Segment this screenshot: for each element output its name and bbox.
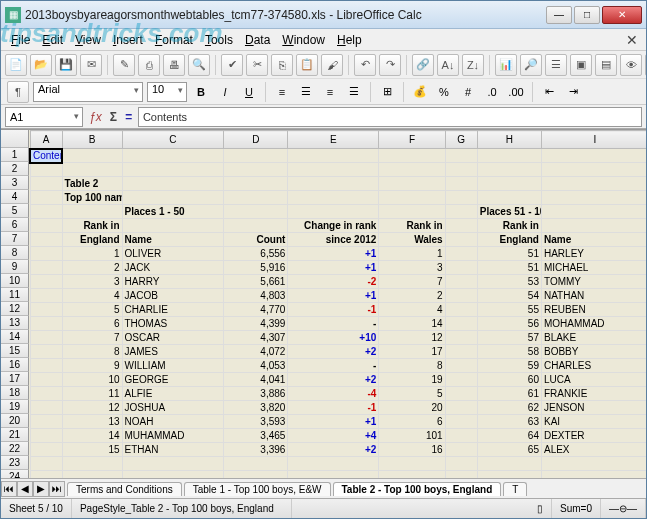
indent-dec-button[interactable]: ⇤	[539, 82, 559, 102]
cell[interactable]	[541, 457, 646, 471]
redo-button[interactable]: ↷	[379, 54, 401, 76]
cell[interactable]	[445, 317, 477, 331]
currency-button[interactable]: 💰	[410, 82, 430, 102]
cell[interactable]: JAMES	[122, 345, 224, 359]
cell[interactable]: 4,041	[224, 373, 288, 387]
cell[interactable]	[62, 205, 122, 219]
cell[interactable]: JACOB	[122, 289, 224, 303]
cell[interactable]: England	[62, 233, 122, 247]
cell[interactable]: since 2012	[288, 233, 379, 247]
cell[interactable]	[30, 219, 62, 233]
cell[interactable]	[30, 177, 62, 191]
cell[interactable]: 59	[477, 359, 541, 373]
zoom-button[interactable]: 👁	[620, 54, 642, 76]
cell[interactable]: 20	[379, 401, 445, 415]
cell[interactable]	[122, 191, 224, 205]
sort-desc-button[interactable]: Z↓	[462, 54, 484, 76]
cell[interactable]: JOSHUA	[122, 401, 224, 415]
cell[interactable]	[477, 471, 541, 479]
pdf-button[interactable]: ⎙	[138, 54, 160, 76]
cell[interactable]: +2	[288, 443, 379, 457]
cell[interactable]	[288, 177, 379, 191]
cell[interactable]	[288, 149, 379, 163]
cell[interactable]: Top 100 names for baby boys, 2013	[62, 191, 122, 205]
row-header[interactable]: 16	[1, 358, 29, 372]
cell[interactable]: 2	[62, 261, 122, 275]
menu-view[interactable]: View	[69, 33, 107, 47]
cell[interactable]: OSCAR	[122, 331, 224, 345]
cell[interactable]: MUHAMMAD	[122, 429, 224, 443]
cell[interactable]	[122, 163, 224, 177]
cell[interactable]	[445, 261, 477, 275]
cell[interactable]	[122, 457, 224, 471]
cell[interactable]	[288, 163, 379, 177]
cell[interactable]: Contents	[30, 149, 62, 163]
cell[interactable]	[445, 275, 477, 289]
cell[interactable]	[30, 359, 62, 373]
row-header[interactable]: 19	[1, 400, 29, 414]
cell[interactable]: 2	[379, 289, 445, 303]
row-header[interactable]: 8	[1, 246, 29, 260]
cell[interactable]: 13	[62, 415, 122, 429]
cell[interactable]: 8	[379, 359, 445, 373]
cell[interactable]	[477, 149, 541, 163]
cell[interactable]	[541, 205, 646, 219]
cell[interactable]: WILLIAM	[122, 359, 224, 373]
cell[interactable]	[445, 289, 477, 303]
cell[interactable]: HARLEY	[541, 247, 646, 261]
cell[interactable]	[541, 219, 646, 233]
cell[interactable]	[445, 303, 477, 317]
cell[interactable]	[445, 331, 477, 345]
cell[interactable]	[122, 219, 224, 233]
cell[interactable]: Name	[541, 233, 646, 247]
cell[interactable]: +10	[288, 331, 379, 345]
cell[interactable]: Table 2	[62, 177, 122, 191]
cell[interactable]: 7	[379, 275, 445, 289]
cell[interactable]	[288, 205, 379, 219]
cell[interactable]: -4	[288, 387, 379, 401]
cell[interactable]: 12	[379, 331, 445, 345]
cell[interactable]	[379, 471, 445, 479]
cell[interactable]: 51	[477, 261, 541, 275]
cell[interactable]: 6	[379, 415, 445, 429]
cell[interactable]	[445, 247, 477, 261]
cell[interactable]	[30, 345, 62, 359]
new-doc-button[interactable]: 📄	[5, 54, 27, 76]
cell[interactable]: 6,556	[224, 247, 288, 261]
edit-button[interactable]: ✎	[113, 54, 135, 76]
cell[interactable]	[224, 177, 288, 191]
cell[interactable]	[445, 191, 477, 205]
cell[interactable]	[30, 261, 62, 275]
spellcheck-button[interactable]: ✔	[221, 54, 243, 76]
help-button[interactable]: ?	[645, 54, 646, 76]
function-wizard-button[interactable]: ƒx	[89, 110, 102, 124]
sheet-tab[interactable]: Table 1 - Top 100 boys, E&W	[184, 482, 331, 496]
menu-edit[interactable]: Edit	[36, 33, 69, 47]
cell[interactable]	[445, 387, 477, 401]
row-header[interactable]: 13	[1, 316, 29, 330]
menu-data[interactable]: Data	[239, 33, 276, 47]
cell[interactable]: OLIVER	[122, 247, 224, 261]
cell[interactable]: MOHAMMAD	[541, 317, 646, 331]
styles-button[interactable]: ¶	[7, 81, 29, 103]
cell[interactable]: 3	[379, 261, 445, 275]
font-name-combo[interactable]: Arial	[33, 82, 143, 102]
find-button[interactable]: 🔎	[520, 54, 542, 76]
formula-input[interactable]: Contents	[138, 107, 642, 127]
spreadsheet-grid[interactable]: 1234567891011121314151617181920212223242…	[1, 129, 646, 478]
open-button[interactable]: 📂	[30, 54, 52, 76]
cell[interactable]: ALFIE	[122, 387, 224, 401]
maximize-button[interactable]: □	[574, 6, 600, 24]
cell[interactable]: Change in rank	[288, 219, 379, 233]
cell[interactable]: 3,886	[224, 387, 288, 401]
cell[interactable]: 8	[62, 345, 122, 359]
cell[interactable]	[541, 191, 646, 205]
row-header[interactable]: 4	[1, 190, 29, 204]
merge-button[interactable]: ⊞	[377, 82, 397, 102]
cell[interactable]	[445, 205, 477, 219]
cell[interactable]	[541, 471, 646, 479]
cell[interactable]: HARRY	[122, 275, 224, 289]
menu-window[interactable]: Window	[276, 33, 331, 47]
cell[interactable]: 61	[477, 387, 541, 401]
format-paint-button[interactable]: 🖌	[321, 54, 343, 76]
